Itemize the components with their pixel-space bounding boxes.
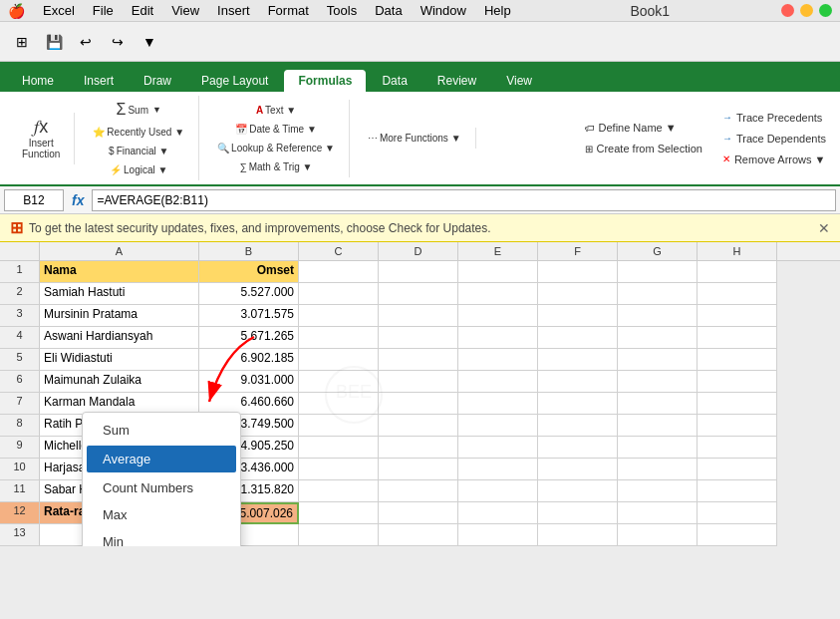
undo-btn[interactable]: ↩ [72,28,100,56]
menu-window[interactable]: Window [413,1,474,20]
cell-f4[interactable] [538,327,618,349]
cell-b4[interactable]: 5.671.265 [199,327,299,349]
insert-function-btn[interactable]: 𝑓x InsertFunction [16,115,66,162]
cell-h11[interactable] [698,480,777,502]
cell-f1[interactable] [538,261,618,283]
cell-e6[interactable] [458,371,538,393]
cell-c8[interactable] [299,415,379,437]
col-header-c[interactable]: C [299,242,379,260]
cell-reference-input[interactable] [4,189,64,211]
cell-e3[interactable] [458,305,538,327]
cell-g1[interactable] [618,261,698,283]
cell-f3[interactable] [538,305,618,327]
dropdown-item-count-numbers[interactable]: Count Numbers [83,474,240,501]
lookup-ref-btn[interactable]: 🔍 Lookup & Reference ▼ [211,140,341,156]
cell-g8[interactable] [618,415,698,437]
date-time-btn[interactable]: 📅 Date & Time ▼ [229,121,323,138]
cell-b2[interactable]: 5.527.000 [199,283,299,305]
dropdown-item-min[interactable]: Min [83,528,240,546]
cell-d9[interactable] [379,437,458,459]
cell-f11[interactable] [538,480,618,502]
more-toolbar-btn[interactable]: ▼ [136,28,163,56]
cell-h6[interactable] [698,371,777,393]
cell-d13[interactable] [379,524,458,546]
cell-b5[interactable]: 6.902.185 [199,349,299,371]
cell-h5[interactable] [698,349,777,371]
cell-g12[interactable] [618,502,698,524]
tab-formulas[interactable]: Formulas [284,70,366,92]
cell-e13[interactable] [458,524,538,546]
menu-data[interactable]: Data [367,1,410,20]
cell-f6[interactable] [538,371,618,393]
cell-e4[interactable] [458,327,538,349]
col-header-e[interactable]: E [458,242,538,260]
cell-c1[interactable] [299,261,379,283]
cell-a2[interactable]: Samiah Hastuti [40,283,199,305]
cell-h13[interactable] [698,524,777,546]
math-trig-btn[interactable]: ∑ Math & Trig ▼ [234,158,319,175]
cell-c4[interactable] [299,327,379,349]
cell-a4[interactable]: Aswani Hardiansyah [40,327,199,349]
cell-h4[interactable] [698,327,777,349]
formula-input[interactable]: =AVERAGE(B2:B11) [92,189,836,211]
cell-d11[interactable] [379,480,458,502]
tab-page-layout[interactable]: Page Layout [187,70,282,92]
remove-arrows-btn[interactable]: ✕ Remove Arrows ▼ [716,151,832,168]
cell-d7[interactable] [379,393,458,415]
text-btn[interactable]: A Text ▼ [250,102,302,119]
logical-btn[interactable]: ⚡ Logical ▼ [104,161,173,178]
cell-e10[interactable] [458,459,538,480]
cell-e1[interactable] [458,261,538,283]
cell-c2[interactable] [299,283,379,305]
cell-c9[interactable] [299,437,379,459]
menu-help[interactable]: Help [476,1,519,20]
cell-f2[interactable] [538,283,618,305]
cell-b1[interactable]: Omset [199,261,299,283]
cell-g6[interactable] [618,371,698,393]
cell-g13[interactable] [618,524,698,546]
cell-a6[interactable]: Maimunah Zulaika [40,371,199,393]
menu-excel[interactable]: Excel [35,1,83,20]
cell-h7[interactable] [698,393,777,415]
cell-f10[interactable] [538,459,618,480]
cell-c6[interactable] [299,371,379,393]
cell-d1[interactable] [379,261,458,283]
trace-dependents-btn[interactable]: → Trace Dependents [716,130,832,148]
cell-b3[interactable]: 3.071.575 [199,305,299,327]
cell-f12[interactable] [538,502,618,524]
cell-a5[interactable]: Eli Widiastuti [40,349,199,371]
tab-insert[interactable]: Insert [70,70,128,92]
cell-a1[interactable]: Nama [40,261,199,283]
col-header-a[interactable]: A [40,242,199,260]
define-name-btn[interactable]: 🏷 Define Name ▼ [579,119,708,137]
cell-d4[interactable] [379,327,458,349]
cell-g3[interactable] [618,305,698,327]
redo-btn[interactable]: ↪ [104,28,132,56]
menu-tools[interactable]: Tools [319,1,365,20]
save-btn[interactable]: 💾 [40,28,68,56]
cell-d2[interactable] [379,283,458,305]
cell-d10[interactable] [379,459,458,480]
autosum-dropdown-icon[interactable]: ▼ [152,105,161,115]
cell-g4[interactable] [618,327,698,349]
menu-format[interactable]: Format [260,1,317,20]
cell-g10[interactable] [618,459,698,480]
cell-e7[interactable] [458,393,538,415]
cell-f7[interactable] [538,393,618,415]
new-window-btn[interactable]: ⊞ [8,28,36,56]
cell-e12[interactable] [458,502,538,524]
cell-f5[interactable] [538,349,618,371]
cell-d6[interactable] [379,371,458,393]
financial-btn[interactable]: $ Financial ▼ [103,143,174,159]
autosum-btn[interactable]: Σ Sum ▼ [111,98,167,122]
tab-review[interactable]: Review [423,70,490,92]
create-from-selection-btn[interactable]: ⊞ Create from Selection [579,140,708,157]
cell-h3[interactable] [698,305,777,327]
minimize-window-btn[interactable] [800,4,813,17]
cell-d8[interactable] [379,415,458,437]
cell-c5[interactable] [299,349,379,371]
cell-c11[interactable] [299,480,379,502]
cell-g9[interactable] [618,437,698,459]
col-header-g[interactable]: G [618,242,698,260]
notification-close-btn[interactable]: ✕ [818,220,830,236]
